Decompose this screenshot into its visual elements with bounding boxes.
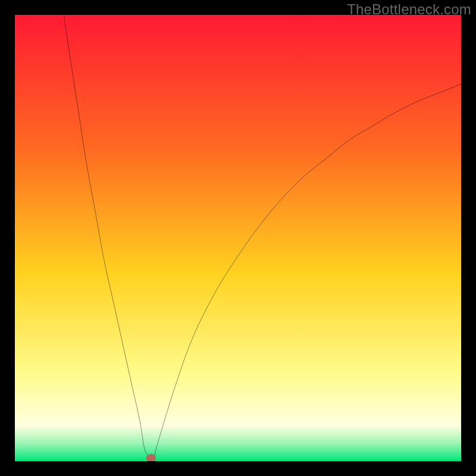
chart-plot: [15, 15, 461, 461]
gradient-background: [15, 15, 461, 461]
chart-container: TheBottleneck.com: [0, 0, 476, 476]
